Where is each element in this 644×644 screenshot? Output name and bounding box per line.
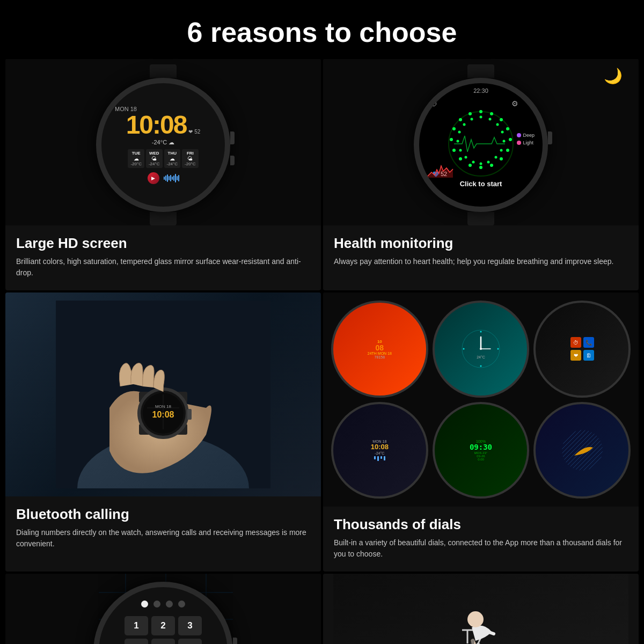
svg-point-5: [509, 138, 512, 141]
svg-point-26: [472, 161, 475, 164]
svg-point-12: [452, 149, 456, 152]
num-6[interactable]: 6: [178, 639, 202, 644]
page-title: 6 reasons to choose: [0, 0, 644, 59]
svg-point-25: [480, 163, 482, 165]
svg-point-51: [480, 365, 481, 367]
svg-point-27: [465, 156, 467, 159]
svg-point-16: [469, 112, 472, 115]
num-5[interactable]: 5: [151, 639, 175, 644]
health-time: 22:30: [473, 87, 488, 94]
svg-point-18: [489, 118, 492, 121]
svg-point-49: [480, 331, 481, 333]
password-image: 1 2 3 4 5 6 7 8 9 0 ⌫: [5, 574, 321, 644]
strap-top-hd: [150, 64, 177, 78]
moon-icon: 🌙: [604, 67, 623, 85]
svg-point-28: [459, 149, 462, 152]
svg-point-7: [500, 157, 503, 160]
hd-screen-title: Large HD screen: [16, 235, 310, 252]
svg-point-6: [506, 149, 509, 152]
hd-screen-desc: Brilliant colors, high saturation, tempe…: [16, 256, 310, 279]
health-image: 22:30: [323, 59, 639, 225]
crown-button-hd: [230, 131, 235, 144]
crown-button-health: [548, 131, 552, 144]
cell-sports: SPECIALIZED Multi-sports mode Equipped w…: [323, 574, 639, 644]
hd-screen-text: Large HD screen Brilliant colors, high s…: [5, 225, 321, 290]
dials-title: Thousands of dials: [334, 516, 628, 533]
svg-point-17: [480, 116, 482, 119]
svg-point-21: [503, 140, 506, 143]
dial-1: 10 08 24TH MON 18 78158: [331, 301, 428, 398]
bluetooth-title: Bluetooth calling: [16, 506, 310, 523]
svg-point-8: [490, 164, 493, 167]
dials-text: Thousands of dials Built-in a variety of…: [323, 507, 639, 572]
watch-circle-health: 22:30: [414, 78, 548, 212]
dials-container: 10 08 24TH MON 18 78158: [323, 292, 639, 507]
health-chart: [427, 162, 454, 180]
svg-rect-44: [187, 409, 192, 420]
svg-point-11: [459, 157, 462, 160]
svg-text:MON 18: MON 18: [155, 404, 171, 409]
svg-point-9: [479, 166, 482, 169]
dial-5: 100% 09:30 MOS 23° 03-26 0.00: [433, 402, 530, 499]
numpad: 1 2 3 4 5 6 7 8 9: [125, 616, 202, 644]
dials-row-2: MON 18 10:08 -24°C 100% 09:30 MOS 23° 0: [331, 402, 631, 499]
hd-screen-image: MON 18 10:08 ❤ 52 -24°C ☁ TUE ☁: [5, 59, 321, 225]
dial-2: 24°C: [433, 301, 530, 398]
svg-point-50: [497, 348, 499, 350]
svg-point-24: [487, 161, 490, 164]
dial-4: MON 18 10:08 -24°C: [331, 402, 428, 499]
svg-point-30: [458, 131, 461, 134]
strap-bottom-health: [467, 212, 494, 225]
num-4[interactable]: 4: [125, 639, 148, 644]
svg-point-20: [501, 131, 504, 134]
watch-circle-hd: MON 18 10:08 ❤ 52 -24°C ☁ TUE ☁: [96, 78, 230, 212]
svg-point-4: [506, 127, 509, 130]
svg-point-52: [463, 348, 464, 350]
pin-dots-row: [141, 601, 185, 608]
health-text: Health monitoring Always pay attention t…: [323, 225, 639, 279]
watch-password-outer: 1 2 3 4 5 6 7 8 9 0 ⌫: [93, 582, 233, 644]
svg-marker-33: [427, 166, 453, 178]
pin-dot-3: [166, 601, 173, 608]
svg-point-14: [452, 127, 456, 130]
svg-point-2: [490, 112, 493, 115]
bluetooth-desc: Dialing numbers directly on the watch, a…: [16, 527, 310, 550]
watch-health-outer: 22:30: [414, 64, 548, 225]
num-1[interactable]: 1: [125, 616, 148, 635]
svg-point-31: [463, 123, 466, 126]
svg-point-23: [495, 156, 497, 159]
num-2[interactable]: 2: [151, 616, 175, 635]
svg-point-13: [450, 138, 453, 141]
watch-hd-outer: MON 18 10:08 ❤ 52 -24°C ☁ TUE ☁: [96, 64, 230, 225]
watch-temp: -24°C ☁: [152, 139, 174, 146]
dial-3: ⏱ 📞 ❤ 🗓: [533, 301, 631, 398]
features-grid: MON 18 10:08 ❤ 52 -24°C ☁ TUE ☁: [0, 59, 644, 644]
cell-health: 22:30: [323, 59, 639, 290]
cell-hd-screen: MON 18 10:08 ❤ 52 -24°C ☁ TUE ☁: [5, 59, 321, 290]
svg-text:24°C: 24°C: [477, 355, 485, 359]
svg-point-22: [500, 149, 503, 152]
health-desc: Always pay attention to heart health; he…: [334, 256, 628, 267]
watch-time: 10:08: [126, 112, 187, 138]
strap-top-health: [467, 64, 494, 78]
svg-point-85: [467, 611, 484, 627]
settings-icon: ⚙: [511, 99, 518, 108]
bluetooth-text: Bluetooth calling Dialing numbers direct…: [5, 496, 321, 561]
cell-password: 1 2 3 4 5 6 7 8 9 0 ⌫: [5, 574, 321, 644]
sound-wave: [164, 174, 179, 182]
sleep-hours: 5h: [530, 98, 537, 107]
pin-dot-4: [178, 601, 185, 608]
cell-bluetooth: MON 18 10:08 Bluetooth calling Dialing n…: [5, 292, 321, 572]
dials-row-1: 10 08 24TH MON 18 78158: [331, 301, 631, 398]
crown-button-password: [233, 638, 237, 644]
health-title: Health monitoring: [334, 235, 628, 252]
click-to-start[interactable]: Click to start: [460, 180, 502, 188]
cell-dials: 10 08 24TH MON 18 78158: [323, 292, 639, 572]
watch-heart: ❤ 52: [188, 129, 200, 135]
weather-row: TUE ☁ -20°C WED 🌤 -24°C: [128, 149, 198, 168]
bluetooth-image: MON 18 10:08: [5, 292, 321, 496]
num-3[interactable]: 3: [178, 616, 202, 635]
strap-bottom-hd: [150, 212, 177, 225]
pin-dot-1: [141, 601, 148, 608]
sports-image: SPECIALIZED: [323, 574, 639, 644]
